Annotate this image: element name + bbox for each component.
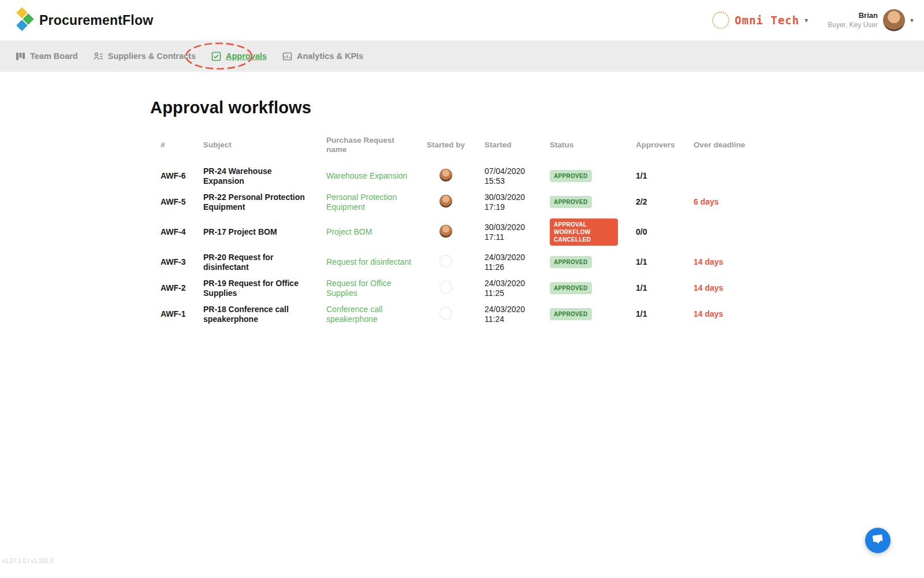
workflow-id: AWF-2 <box>161 275 203 301</box>
approvals-icon <box>211 51 221 61</box>
table-header-row: # Subject Purchase Request name Started … <box>161 136 763 163</box>
main-content: Approval workflows # Subject Purchase Re… <box>0 72 924 327</box>
col-header-started-by: Started by <box>427 136 485 163</box>
workflow-id: AWF-3 <box>161 249 203 275</box>
started-datetime: 24/03/202011:25 <box>485 275 550 301</box>
workflow-id: AWF-6 <box>161 163 203 189</box>
analytics-kpis-icon <box>282 51 292 61</box>
page-title: Approval workflows <box>150 98 924 117</box>
chat-button[interactable] <box>865 528 891 553</box>
started-by-avatar <box>439 281 452 294</box>
main-nav: Team Board Suppliers & Contracts Approva… <box>0 40 924 72</box>
org-switcher[interactable]: Omni Tech ▾ <box>712 12 808 29</box>
purchase-request-link[interactable]: Request for Office Supplies <box>326 279 392 298</box>
workflow-subject: PR-17 Project BOM <box>203 215 326 249</box>
status-badge: APPROVAL WORKFLOW CANCELLED <box>550 218 618 246</box>
workflow-id: AWF-1 <box>161 301 203 327</box>
workflow-id: AWF-5 <box>161 189 203 215</box>
nav-label: Team Board <box>30 51 78 61</box>
table-row[interactable]: AWF-4 PR-17 Project BOM Project BOM 30/0… <box>161 215 763 249</box>
user-avatar <box>883 9 905 31</box>
status-badge: APPROVED <box>550 308 592 320</box>
purchase-request-link[interactable]: Conference call speakerphone <box>326 305 382 324</box>
approvers-count: 1/1 <box>636 163 694 189</box>
nav-label: Analytics & KPIs <box>297 51 363 61</box>
procurementflow-logo-icon <box>9 6 35 34</box>
status-badge: APPROVED <box>550 256 592 268</box>
chat-bubble-icon <box>871 533 884 548</box>
approval-workflows-table: # Subject Purchase Request name Started … <box>161 136 763 327</box>
started-by-avatar <box>439 169 452 181</box>
started-datetime: 24/03/202011:24 <box>485 301 550 327</box>
user-menu[interactable]: Brian Buyer, Key User ▾ <box>828 9 914 31</box>
over-deadline: 6 days <box>694 189 763 215</box>
user-name: Brian <box>828 11 878 20</box>
org-logo-icon <box>712 12 729 29</box>
status-badge: APPROVED <box>550 196 592 208</box>
purchase-request-link[interactable]: Project BOM <box>326 227 372 236</box>
top-bar: ProcurementFlow Omni Tech ▾ Brian Buyer,… <box>0 0 924 40</box>
over-deadline <box>694 215 763 249</box>
col-header-subject: Subject <box>203 136 326 163</box>
status-badge: APPROVED <box>550 170 592 182</box>
approvers-count: 0/0 <box>636 215 694 249</box>
nav-label: Approvals <box>226 51 267 61</box>
purchase-request-link[interactable]: Request for disinfectant <box>326 257 411 266</box>
nav-label: Suppliers & Contracts <box>108 51 196 61</box>
table-row[interactable]: AWF-6 PR-24 Warehouse Expansion Warehous… <box>161 163 763 189</box>
chevron-down-icon: ▾ <box>804 16 808 24</box>
col-header-status: Status <box>550 136 636 163</box>
workflow-subject: PR-24 Warehouse Expansion <box>203 163 326 189</box>
over-deadline <box>694 163 763 189</box>
approvers-count: 1/1 <box>636 275 694 301</box>
nav-item-approvals[interactable]: Approvals <box>211 51 267 61</box>
nav-item-analytics-kpis[interactable]: Analytics & KPIs <box>282 51 363 61</box>
started-by-avatar <box>439 255 452 268</box>
table-row[interactable]: AWF-1 PR-18 Conference call speakerphone… <box>161 301 763 327</box>
purchase-request-link[interactable]: Personal Protection Equipment <box>326 192 397 212</box>
over-deadline: 14 days <box>694 275 763 301</box>
chevron-down-icon: ▾ <box>910 16 914 24</box>
table-row[interactable]: AWF-5 PR-22 Personal Protection Equipmen… <box>161 189 763 215</box>
workflow-subject: PR-20 Request for disinfectant <box>203 249 326 275</box>
purchase-request-link[interactable]: Warehouse Expansion <box>326 171 407 180</box>
nav-item-suppliers-contracts[interactable]: Suppliers & Contracts <box>94 51 196 61</box>
status-badge: APPROVED <box>550 282 592 294</box>
over-deadline: 14 days <box>694 249 763 275</box>
brand[interactable]: ProcurementFlow <box>9 6 153 34</box>
started-datetime: 07/04/202015:53 <box>485 163 550 189</box>
approvers-count: 1/1 <box>636 301 694 327</box>
table-row[interactable]: AWF-2 PR-19 Request for Office Supplies … <box>161 275 763 301</box>
team-board-icon <box>16 51 25 61</box>
workflow-id: AWF-4 <box>161 215 203 249</box>
user-role: Buyer, Key User <box>828 21 878 29</box>
started-datetime: 30/03/202017:19 <box>485 189 550 215</box>
started-datetime: 30/03/202017:11 <box>485 215 550 249</box>
started-by-avatar <box>439 225 452 238</box>
started-by-avatar <box>439 195 452 208</box>
started-datetime: 24/03/202011:26 <box>485 249 550 275</box>
col-header-pr-name: Purchase Request name <box>326 136 427 163</box>
started-by-avatar <box>439 307 452 320</box>
workflow-subject: PR-22 Personal Protection Equipment <box>203 189 326 215</box>
workflow-subject: PR-18 Conference call speakerphone <box>203 301 326 327</box>
nav-item-team-board[interactable]: Team Board <box>16 51 78 61</box>
col-header-started: Started <box>485 136 550 163</box>
brand-name: ProcurementFlow <box>39 13 153 28</box>
approvers-count: 1/1 <box>636 249 694 275</box>
org-name: Omni Tech <box>735 14 799 27</box>
col-header-id: # <box>161 136 203 163</box>
version-text: v1.27.1.0 / v1.181.0 <box>2 558 53 564</box>
col-header-over-deadline: Over deadline <box>694 136 763 163</box>
col-header-approvers: Approvers <box>636 136 694 163</box>
approvers-count: 2/2 <box>636 189 694 215</box>
over-deadline: 14 days <box>694 301 763 327</box>
suppliers-contracts-icon <box>94 51 103 61</box>
workflow-subject: PR-19 Request for Office Supplies <box>203 275 326 301</box>
table-row[interactable]: AWF-3 PR-20 Request for disinfectant Req… <box>161 249 763 275</box>
